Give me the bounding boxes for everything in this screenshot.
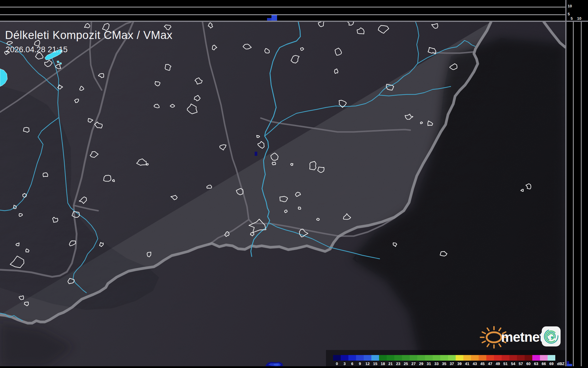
legend-color-swatch bbox=[532, 355, 540, 361]
legend-value-label: 23 bbox=[394, 362, 402, 366]
legend-color-swatch bbox=[440, 355, 448, 361]
legend-color-swatch bbox=[387, 355, 394, 361]
legend-value-label: 47 bbox=[486, 362, 494, 366]
legend-color-swatch bbox=[479, 355, 486, 361]
right-profile-gridline-10km bbox=[581, 22, 582, 368]
legend-value-label: 15 bbox=[371, 362, 379, 366]
legend-color-swatch bbox=[494, 355, 502, 361]
dbz-unit-label: dBZ bbox=[557, 362, 564, 366]
dbz-legend: 0369121518212325272931333537394143454749… bbox=[326, 350, 565, 366]
lake bbox=[57, 61, 59, 63]
legend-color-swatch bbox=[448, 355, 456, 361]
legend-color-swatch bbox=[471, 355, 479, 361]
legend-value-label: 54 bbox=[509, 362, 517, 366]
product-title: Délkeleti Kompozit CMax / VMax bbox=[5, 29, 172, 42]
horizontal-axis-label-5: 5 bbox=[571, 17, 573, 20]
legend-color-swatch bbox=[425, 355, 433, 361]
legend-value-label: 51 bbox=[502, 362, 509, 366]
map-layers bbox=[0, 20, 565, 367]
metnet-app-icon bbox=[542, 326, 561, 346]
legend-value-label: 27 bbox=[410, 362, 417, 366]
top-profile-echo-bar bbox=[267, 18, 271, 21]
spiral-core bbox=[551, 336, 553, 338]
legend-color-swatch bbox=[394, 355, 402, 361]
legend-color-swatch bbox=[486, 355, 494, 361]
legend-color-swatch bbox=[364, 355, 371, 361]
right-profile-echo-bar bbox=[567, 361, 569, 364]
legend-value-label: 6 bbox=[348, 362, 356, 366]
legend-color-swatch bbox=[348, 355, 356, 361]
legend-value-label: 41 bbox=[463, 362, 471, 366]
legend-value-label: 63 bbox=[532, 362, 540, 366]
legend-color-swatch bbox=[502, 355, 509, 361]
legend-color-swatch bbox=[379, 355, 387, 361]
legend-color-swatch bbox=[463, 355, 471, 361]
product-timestamp: 2026.04.28 21:15 bbox=[6, 45, 67, 54]
legend-value-label: 69 bbox=[548, 362, 555, 366]
top-profile-gridline-10km bbox=[0, 7, 565, 7]
top-profile-echo-bar bbox=[271, 15, 277, 21]
grain-texture bbox=[0, 22, 565, 366]
logo-wordmark: metnet bbox=[501, 329, 544, 345]
right-panel-separator bbox=[565, 0, 566, 368]
legend-color-swatch bbox=[333, 355, 341, 361]
lake bbox=[60, 63, 62, 64]
legend-value-label: 60 bbox=[525, 362, 532, 366]
legend-value-label: 35 bbox=[440, 362, 448, 366]
legend-value-label: 3 bbox=[341, 362, 348, 366]
horizontal-axis-label-10: 10 bbox=[577, 17, 581, 20]
radar-map-canvas[interactable]: metnet bbox=[0, 0, 588, 368]
legend-value-label: 0 bbox=[333, 362, 341, 366]
legend-value-label: 43 bbox=[471, 362, 479, 366]
legend-value-label: 9 bbox=[356, 362, 364, 366]
legend-color-swatch bbox=[525, 355, 532, 361]
legend-color-swatch bbox=[509, 355, 517, 361]
legend-value-label: 33 bbox=[433, 362, 440, 366]
legend-value-label: 29 bbox=[417, 362, 425, 366]
legend-color-swatch bbox=[402, 355, 410, 361]
legend-color-swatch bbox=[517, 355, 525, 361]
vertical-axis-label-5: 5 bbox=[568, 12, 570, 16]
dbz-color-scale bbox=[333, 355, 555, 361]
legend-value-label: 45 bbox=[479, 362, 486, 366]
radar-viewer: metnet 10 5 5 10 Délkeleti Kompozit CMax… bbox=[0, 0, 588, 368]
top-profile-gridline-5km bbox=[0, 14, 565, 15]
legend-color-swatch bbox=[456, 355, 463, 361]
legend-color-swatch bbox=[548, 355, 555, 361]
legend-value-label: 25 bbox=[402, 362, 410, 366]
legend-value-label: 31 bbox=[425, 362, 433, 366]
legend-color-swatch bbox=[341, 355, 348, 361]
legend-value-label: 12 bbox=[364, 362, 371, 366]
legend-color-swatch bbox=[410, 355, 417, 361]
legend-color-swatch bbox=[417, 355, 425, 361]
vertical-axis-label-10: 10 bbox=[568, 4, 572, 8]
top-panel-separator bbox=[0, 21, 588, 22]
legend-color-swatch bbox=[540, 355, 548, 361]
legend-value-label: 37 bbox=[448, 362, 456, 366]
bottom-edge bbox=[0, 366, 588, 368]
legend-value-label: 21 bbox=[387, 362, 394, 366]
radar-echo bbox=[255, 152, 257, 156]
legend-value-label: 57 bbox=[517, 362, 525, 366]
legend-value-label: 18 bbox=[379, 362, 387, 366]
legend-value-label: 66 bbox=[540, 362, 548, 366]
legend-value-label: 39 bbox=[456, 362, 463, 366]
legend-value-label: 49 bbox=[494, 362, 502, 366]
legend-color-swatch bbox=[371, 355, 379, 361]
legend-color-swatch bbox=[356, 355, 364, 361]
right-profile-gridline-5km bbox=[573, 22, 574, 368]
legend-color-swatch bbox=[433, 355, 440, 361]
